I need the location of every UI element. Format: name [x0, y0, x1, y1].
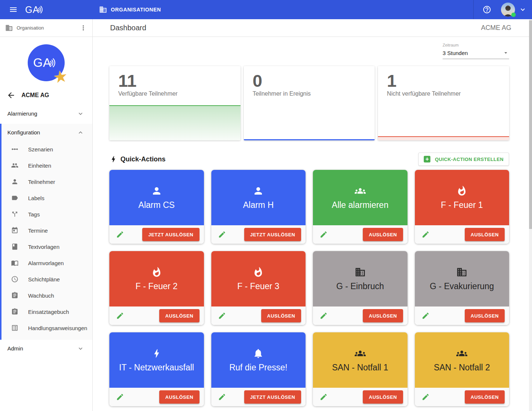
quick-action-card-footer: AUSLÖSEN [313, 225, 407, 244]
quick-action-card-top[interactable]: G - Einbruch [313, 251, 407, 306]
quick-action-card-top[interactable]: G - Evakurierung [415, 251, 509, 306]
sidebar-item[interactable]: Szenarien [1, 141, 92, 157]
trigger-button[interactable]: AUSLÖSEN [465, 390, 505, 404]
menu-icon[interactable] [9, 5, 18, 14]
sidebar-item[interactable]: Einheiten [1, 157, 92, 174]
sidebar-item-label: Teilnehmer [28, 179, 55, 185]
edit-icon[interactable] [116, 393, 124, 401]
sidebar-item[interactable]: Textvorlagen [1, 239, 92, 255]
sidebar-group-konfiguration[interactable]: Konfiguration [1, 124, 92, 141]
sidebar-item[interactable]: Einsatztagebuch [1, 304, 92, 320]
quick-action-card-top[interactable]: F - Feuer 2 [109, 251, 204, 306]
sidebar-item[interactable]: Termine [1, 222, 92, 239]
config-nav: Szenarien Einheiten Teilnehmer L [1, 141, 92, 336]
sidebar-item[interactable]: Tags [1, 206, 92, 222]
sidebar-item[interactable]: Alarmvorlagen [1, 255, 92, 271]
quick-action-card-top[interactable]: IT - Netzwerkausfall [109, 332, 204, 388]
quick-action-card-top[interactable]: Alarm H [211, 170, 306, 225]
edit-icon[interactable] [218, 230, 226, 239]
fire-icon [151, 267, 162, 278]
scrollbar-track[interactable] [529, 19, 532, 411]
building-icon [5, 24, 13, 32]
scrollbar-thumb[interactable] [529, 20, 532, 229]
app-logo: GA [25, 4, 46, 15]
trigger-button[interactable]: JETZT AUSLÖSEN [142, 228, 199, 241]
stat-label: Verfügbare Teilnehmer [118, 90, 232, 97]
edit-icon[interactable] [116, 312, 124, 320]
clipboard-icon [11, 308, 18, 315]
edit-icon[interactable] [422, 393, 430, 401]
edit-icon[interactable] [422, 230, 430, 239]
quick-action-card[interactable]: SAN - Notfall 2 AUSLÖSEN [415, 332, 509, 406]
trigger-button[interactable]: AUSLÖSEN [465, 228, 505, 241]
more-vert-icon[interactable] [79, 24, 87, 32]
edit-icon[interactable] [320, 230, 328, 239]
quick-action-card[interactable]: F - Feuer 2 AUSLÖSEN [109, 251, 204, 325]
trigger-button[interactable]: AUSLÖSEN [465, 309, 505, 322]
quick-action-card[interactable]: F - Feuer 1 AUSLÖSEN [415, 170, 509, 244]
sidebar-group-alarmierung[interactable]: Alarmierung [0, 105, 92, 122]
add-icon: + [424, 156, 430, 162]
edit-icon[interactable] [218, 393, 226, 401]
trigger-button[interactable]: AUSLÖSEN [363, 228, 403, 241]
sidebar: Organisation GA ★ ACME AG Alarmierung [0, 19, 93, 411]
quick-action-card[interactable]: IT - Netzwerkausfall AUSLÖSEN [109, 332, 204, 406]
sidebar-item-label: Einsatztagebuch [28, 309, 69, 315]
quick-action-card[interactable]: G - Einbruch AUSLÖSEN [313, 251, 407, 325]
quick-action-card[interactable]: Alarm H JETZT AUSLÖSEN [211, 170, 306, 244]
sidebar-item[interactable]: Teilnehmer [1, 174, 92, 190]
sidebar-group-konfiguration-section: Konfiguration Szenarien Einheiten [0, 124, 92, 340]
back-arrow-icon[interactable] [7, 91, 16, 100]
edit-icon[interactable] [320, 312, 328, 320]
trigger-button[interactable]: AUSLÖSEN [159, 309, 199, 322]
org-back-row[interactable]: ACME AG [7, 91, 92, 100]
quick-action-card-top[interactable]: Ruf die Presse! [211, 332, 306, 388]
quick-action-card[interactable]: Alle alarmieren AUSLÖSEN [313, 170, 407, 244]
help-icon[interactable] [482, 5, 491, 14]
quick-action-card-top[interactable]: F - Feuer 3 [211, 251, 306, 306]
open-book-icon [11, 259, 18, 267]
trigger-button[interactable]: AUSLÖSEN [261, 309, 301, 322]
org-logo: GA ★ [28, 44, 65, 81]
edit-icon[interactable] [320, 393, 328, 401]
groups-icon [355, 348, 366, 359]
quick-actions-header: Quick-Actions + QUICK-ACTION ERSTELLEN [109, 153, 509, 166]
create-quick-action-button[interactable]: + QUICK-ACTION ERSTELLEN [418, 153, 509, 166]
sidebar-item[interactable]: Wachbuch [1, 287, 92, 304]
quick-action-card-top[interactable]: F - Feuer 1 [415, 170, 509, 225]
quick-action-title: G - Evakurierung [430, 281, 494, 291]
quick-action-card[interactable]: F - Feuer 3 AUSLÖSEN [211, 251, 306, 325]
building-icon [355, 267, 366, 278]
stat-sparkline [244, 139, 375, 140]
edit-icon[interactable] [116, 230, 124, 239]
chevron-down-icon[interactable] [519, 6, 527, 14]
edit-icon[interactable] [422, 312, 430, 320]
trigger-button[interactable]: AUSLÖSEN [363, 390, 403, 404]
quick-action-title: Alarm H [243, 200, 274, 210]
group-label: Alarmierung [7, 110, 37, 117]
label-icon [11, 194, 18, 202]
quick-action-card-top[interactable]: SAN - Notfall 2 [415, 332, 509, 388]
bolt-icon [109, 155, 117, 163]
quick-action-card-top[interactable]: Alarm CS [109, 170, 204, 225]
sidebar-item[interactable]: Labels [1, 190, 92, 206]
quick-action-card-footer: AUSLÖSEN [415, 306, 509, 325]
quick-action-card-top[interactable]: Alle alarmieren [313, 170, 407, 225]
trigger-button[interactable]: JETZT AUSLÖSEN [244, 390, 301, 404]
avatar[interactable] [501, 3, 515, 17]
quick-action-card[interactable]: Ruf die Presse! JETZT AUSLÖSEN [211, 332, 306, 406]
quick-action-card[interactable]: SAN - Notfall 1 AUSLÖSEN [313, 332, 407, 406]
sidebar-item[interactable]: Schichtpläne [1, 271, 92, 287]
trigger-button[interactable]: AUSLÖSEN [159, 390, 199, 404]
sidebar-group-admin[interactable]: Admin [0, 340, 92, 357]
quick-action-card[interactable]: G - Evakurierung AUSLÖSEN [415, 251, 509, 325]
bolt-icon [151, 348, 162, 359]
trigger-button[interactable]: AUSLÖSEN [363, 309, 403, 322]
edit-icon[interactable] [218, 312, 226, 320]
quick-action-card-top[interactable]: SAN - Notfall 1 [313, 332, 407, 388]
quick-action-card[interactable]: Alarm CS JETZT AUSLÖSEN [109, 170, 204, 244]
trigger-button[interactable]: JETZT AUSLÖSEN [244, 228, 301, 241]
sidebar-item[interactable]: Handlungsanweisungen [1, 320, 92, 336]
topbar-section[interactable]: ORGANISATIONEN [92, 6, 473, 14]
zeitraum-select[interactable]: Zeitraum 3 Stunden [443, 43, 509, 59]
